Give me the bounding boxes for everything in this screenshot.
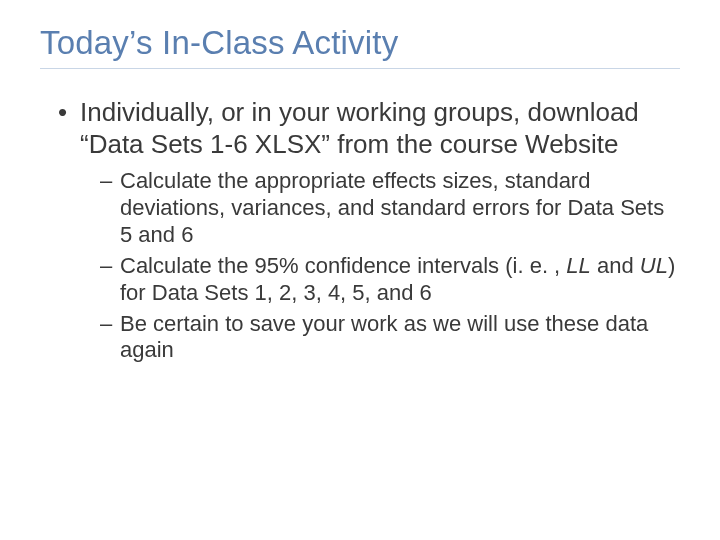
slide: Today’s In-Class Activity Individually, … [0, 0, 720, 540]
sub-bullet-text: Calculate the appropriate effects sizes,… [120, 168, 664, 247]
sub-bullet-text: Be certain to save your work as we will … [120, 311, 648, 363]
title-underline [40, 68, 680, 69]
sub-bullet-list: Calculate the appropriate effects sizes,… [80, 168, 680, 364]
sub-bullet-item: Calculate the 95% confidence intervals (… [100, 253, 680, 307]
sub-bullet-item: Calculate the appropriate effects sizes,… [100, 168, 680, 248]
sub-bullet-text-mid: and [591, 253, 640, 278]
bullet-text: Individually, or in your working groups,… [80, 97, 639, 159]
slide-title: Today’s In-Class Activity [40, 24, 680, 62]
sub-bullet-item: Be certain to save your work as we will … [100, 311, 680, 365]
sub-bullet-text-pre: Calculate the 95% confidence intervals (… [120, 253, 566, 278]
bullet-item: Individually, or in your working groups,… [58, 97, 680, 364]
abbrev-ll: LL [566, 253, 590, 278]
abbrev-ul: UL [640, 253, 668, 278]
bullet-list: Individually, or in your working groups,… [40, 97, 680, 364]
